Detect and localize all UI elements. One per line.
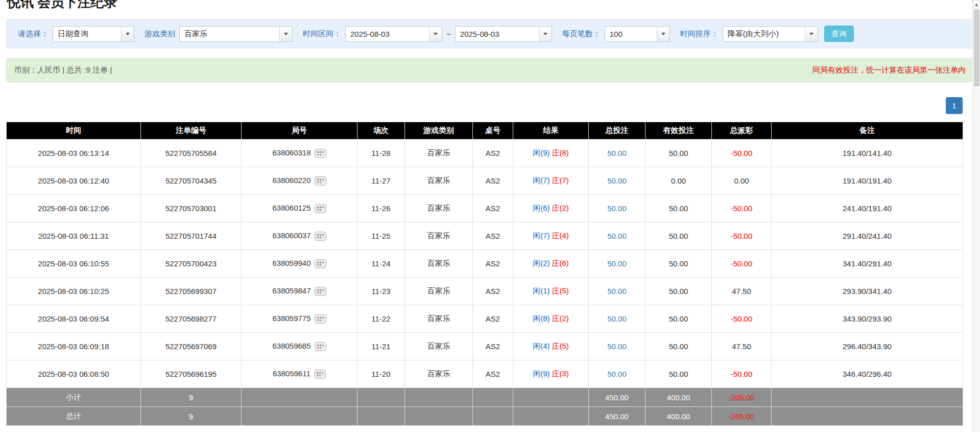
cell-table-no: AS2: [473, 360, 513, 388]
table-row: 2025-08-03 06:08:50 522705696195 6380596…: [7, 360, 963, 388]
cell-session: 11-22: [357, 305, 405, 333]
subtotal-total-bet: 450.00: [589, 388, 646, 407]
roadmap-icon[interactable]: [315, 259, 326, 268]
cell-round: 638059775: [242, 305, 357, 333]
round-number: 638060220: [272, 176, 310, 185]
caret-down-icon[interactable]: [539, 27, 552, 41]
cell-game-type: 百家乐: [405, 140, 473, 167]
cell-valid-bet: 50.00: [646, 305, 712, 333]
cell-valid-bet: 50.00: [646, 333, 712, 360]
header-table-no: 桌号: [473, 122, 513, 140]
cell-total-bet: 50.00: [589, 360, 646, 388]
roadmap-icon[interactable]: [315, 149, 326, 158]
caret-down-icon[interactable]: [657, 27, 670, 41]
cell-table-no: AS2: [473, 222, 513, 250]
date-to-input[interactable]: 2025-08-03: [455, 26, 552, 42]
caret-down-icon[interactable]: [805, 27, 818, 41]
total-valid-bet: 400.00: [646, 407, 712, 426]
cell-session: 11-20: [357, 360, 405, 388]
per-page-select[interactable]: 100: [605, 26, 670, 42]
cell-session: 11-23: [357, 278, 405, 305]
roadmap-icon[interactable]: [315, 176, 326, 186]
cell-total-bet: 50.00: [589, 195, 646, 222]
cell-game-type: 百家乐: [405, 195, 473, 222]
result-player: 闲(1): [533, 286, 549, 295]
cell-round: 638059685: [242, 333, 357, 360]
cell-payout: -50.00: [712, 222, 772, 250]
summary-note-text: 同局有效投注，统一计算在该局第一张注单内: [812, 65, 966, 75]
result-player: 闲(8): [533, 314, 549, 323]
cell-note: 241.40/191.40: [772, 195, 963, 222]
caret-down-icon[interactable]: [121, 27, 134, 41]
cell-bet-id: 522705700423: [141, 250, 242, 278]
scrollbar-thumb[interactable]: [974, 10, 979, 86]
query-type-select[interactable]: 日期查询: [53, 26, 134, 42]
round-number: 638059847: [272, 286, 310, 295]
cell-note: 343.90/293.90: [772, 305, 963, 333]
cell-payout: -50.00: [712, 250, 772, 278]
result-banker: 庄(7): [552, 176, 569, 185]
table-row: 2025-08-03 06:10:25 522705699307 6380598…: [7, 278, 963, 305]
total-label: 总计: [7, 407, 141, 426]
result-banker: 庄(8): [552, 148, 569, 157]
result-banker: 庄(5): [552, 342, 569, 350]
game-type-select[interactable]: 百家乐: [179, 26, 293, 42]
cell-valid-bet: 50.00: [646, 195, 712, 222]
per-page-value: 100: [605, 27, 657, 41]
cell-note: 293.90/341.40: [772, 278, 963, 305]
cell-bet-id: 522705699307: [141, 278, 242, 305]
cell-bet-id: 522705696195: [141, 360, 242, 388]
page-1-button[interactable]: 1: [946, 97, 963, 114]
game-type-label: 游戏类别: [145, 29, 175, 39]
cell-payout: -50.00: [712, 195, 772, 222]
cell-total-bet: 50.00: [589, 222, 646, 250]
cell-payout: 47.50: [712, 278, 772, 305]
round-number: 638060125: [272, 203, 310, 212]
vertical-scrollbar[interactable]: ▲: [972, 0, 980, 432]
search-button[interactable]: 查询: [824, 26, 854, 42]
cell-result: 闲(1)庄(5): [513, 278, 589, 305]
cell-bet-id: 522705704345: [141, 167, 242, 195]
cell-note: 191.40/191.40: [772, 167, 963, 195]
caret-down-icon[interactable]: [429, 27, 442, 41]
result-player: 闲(9): [533, 369, 549, 378]
result-banker: 庄(2): [552, 314, 569, 323]
total-total-bet: 450.00: [589, 407, 646, 426]
cell-result: 闲(9)庄(3): [513, 360, 589, 388]
roadmap-icon[interactable]: [314, 370, 326, 379]
cell-bet-id: 522705701744: [141, 222, 242, 250]
cell-total-bet: 50.00: [589, 305, 646, 333]
subtotal-payout: -205.00: [712, 388, 772, 407]
round-number: 638059940: [272, 259, 310, 267]
subtotal-valid-bet: 400.00: [646, 388, 712, 407]
table-row: 2025-08-03 06:09:18 522705697069 6380596…: [7, 333, 963, 360]
header-bet-id: 注单编号: [141, 122, 242, 140]
roadmap-icon[interactable]: [315, 232, 326, 241]
scroll-up-icon[interactable]: ▲: [973, 0, 980, 9]
cell-session: 11-28: [357, 140, 405, 167]
caret-down-icon[interactable]: [279, 27, 292, 41]
cell-time: 2025-08-03 06:08:50: [7, 360, 141, 388]
cell-valid-bet: 50.00: [646, 140, 712, 167]
roadmap-icon[interactable]: [315, 342, 326, 351]
header-payout: 总派彩: [712, 122, 772, 140]
cell-note: 296.40/343.90: [772, 333, 963, 360]
table-row: 2025-08-03 06:12:06 522705703001 6380601…: [7, 195, 963, 222]
roadmap-icon[interactable]: [315, 287, 326, 296]
date-from-input[interactable]: 2025-08-03: [345, 26, 442, 42]
subtotal-label: 小计: [7, 388, 141, 407]
table-body: 2025-08-03 06:13:14 522705705584 6380603…: [7, 140, 963, 388]
roadmap-icon[interactable]: [315, 314, 326, 324]
roadmap-icon[interactable]: [315, 204, 326, 213]
sort-order-label: 时间排序：: [680, 29, 719, 39]
cell-time: 2025-08-03 06:10:25: [7, 278, 141, 305]
cell-note: 346.40/296.40: [772, 360, 963, 388]
header-session: 场次: [357, 122, 405, 140]
cell-payout: -50.00: [712, 305, 772, 333]
cell-round: 638060318: [242, 140, 357, 167]
cell-round: 638059940: [242, 250, 357, 278]
table-row: 2025-08-03 06:11:31 522705701744 6380600…: [7, 222, 963, 250]
cell-payout: -50.00: [712, 360, 772, 388]
sort-order-select[interactable]: 降幂(由大到小): [723, 26, 818, 42]
time-range-label: 时间区间：: [303, 29, 341, 39]
